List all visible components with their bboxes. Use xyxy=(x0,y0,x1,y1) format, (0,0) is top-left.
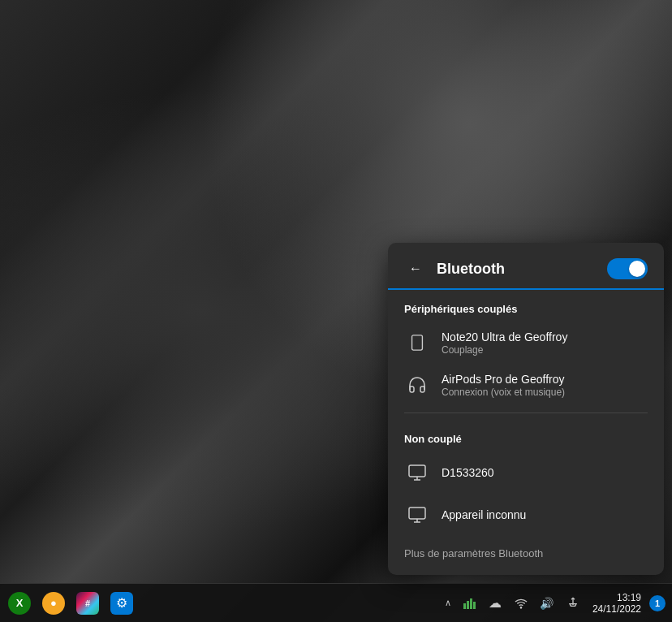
svg-rect-0 xyxy=(412,335,423,350)
device-note20-name: Note20 Ultra de Geoffroy xyxy=(442,330,567,343)
bluetooth-toggle[interactable] xyxy=(607,258,648,279)
toggle-track xyxy=(607,258,648,279)
section-divider xyxy=(404,413,648,413)
tray-icon-taskmanager[interactable] xyxy=(458,592,480,615)
device-note20[interactable]: Note20 Ultra de Geoffroy Couplage xyxy=(394,322,657,364)
device-airpods-status: Connexion (voix et musique) xyxy=(442,387,565,398)
device-d1533260[interactable]: D1533260 xyxy=(394,451,657,494)
device-unknown-info: Appareil inconnu xyxy=(442,508,526,521)
circle-app-icon: ● xyxy=(42,592,65,615)
svg-rect-10 xyxy=(470,598,472,609)
bluetooth-panel: ← Bluetooth Périphériques couplés Note20… xyxy=(388,243,664,575)
taskbar-icon-slack[interactable]: # xyxy=(71,587,104,620)
taskbar-right: ∧ ☁ 🔊 xyxy=(435,590,672,616)
settings-gear-icon: ⚙ xyxy=(110,592,133,615)
device-airpods-info: AirPods Pro de Geoffroy Connexion (voix … xyxy=(442,373,565,398)
device-airpods-name: AirPods Pro de Geoffroy xyxy=(442,373,565,386)
device-unknown-name: Appareil inconnu xyxy=(442,508,526,521)
system-tray: ☁ 🔊 xyxy=(458,592,584,615)
phone-icon xyxy=(404,330,430,356)
device-note20-info: Note20 Ultra de Geoffroy Couplage xyxy=(442,330,567,356)
svg-rect-8 xyxy=(463,603,466,609)
tray-icon-cloud[interactable]: ☁ xyxy=(484,592,506,615)
taskbar-left: X ● # ⚙ xyxy=(0,587,141,620)
panel-title: Bluetooth xyxy=(437,261,597,278)
monitor-icon-1 xyxy=(404,460,430,486)
svg-rect-9 xyxy=(467,601,469,609)
device-unknown[interactable]: Appareil inconnu xyxy=(394,494,657,536)
xbox-logo: X xyxy=(8,592,31,615)
unpaired-section-header: Non couplé xyxy=(388,420,664,451)
tray-icon-wifi[interactable] xyxy=(510,592,532,615)
notification-badge[interactable]: 1 xyxy=(649,595,666,611)
taskbar: X ● # ⚙ ∧ ☁ xyxy=(0,583,672,622)
svg-point-12 xyxy=(520,607,521,607)
svg-rect-5 xyxy=(409,508,425,519)
svg-rect-11 xyxy=(473,602,476,609)
device-d1533260-info: D1533260 xyxy=(442,466,494,479)
monitor-icon-2 xyxy=(404,502,430,528)
unpaired-device-list: D1533260 Appareil inconnu xyxy=(388,451,664,536)
panel-header: ← Bluetooth xyxy=(388,243,664,290)
svg-rect-2 xyxy=(409,465,425,477)
tray-icon-usb[interactable] xyxy=(562,592,584,615)
clock-date: 24/11/2022 xyxy=(592,603,641,615)
headphones-icon xyxy=(404,372,430,398)
taskbar-icon-settings[interactable]: ⚙ xyxy=(106,587,138,620)
toggle-thumb xyxy=(629,261,645,277)
device-note20-status: Couplage xyxy=(442,344,567,356)
more-settings-link[interactable]: Plus de paramètres Bluetooth xyxy=(404,547,543,559)
back-button[interactable]: ← xyxy=(404,257,427,280)
taskbar-icon-circle[interactable]: ● xyxy=(37,587,70,620)
tray-icon-volume[interactable]: 🔊 xyxy=(536,592,558,615)
device-d1533260-name: D1533260 xyxy=(442,466,494,479)
paired-device-list: Note20 Ultra de Geoffroy Couplage AirPod… xyxy=(388,322,664,406)
device-airpods[interactable]: AirPods Pro de Geoffroy Connexion (voix … xyxy=(394,364,657,406)
tray-expand-button[interactable]: ∧ xyxy=(442,598,454,608)
slack-logo: # xyxy=(76,592,99,615)
clock-area[interactable]: 13:19 24/11/2022 xyxy=(588,590,646,616)
clock-time: 13:19 xyxy=(617,592,641,603)
more-settings-area: Plus de paramètres Bluetooth xyxy=(388,536,664,575)
paired-section-header: Périphériques couplés xyxy=(388,290,664,322)
taskbar-icon-xbox[interactable]: X xyxy=(3,587,36,620)
